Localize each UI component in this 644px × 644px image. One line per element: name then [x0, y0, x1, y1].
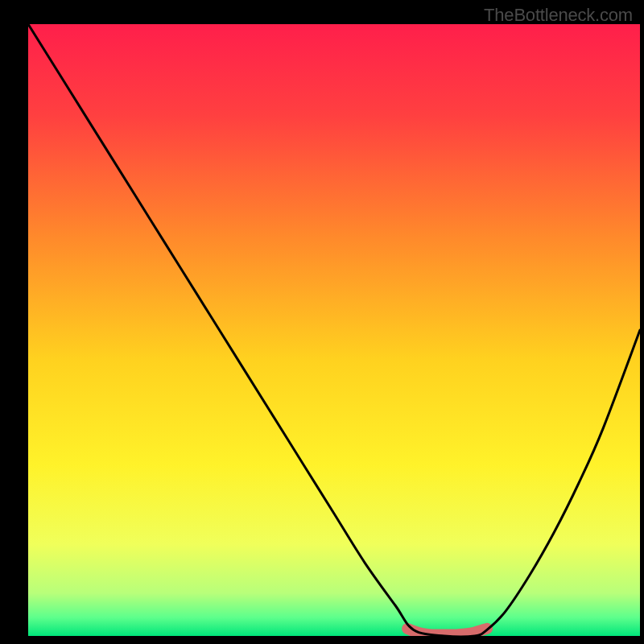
chart-root: TheBottleneck.com — [0, 0, 644, 644]
bottleneck-chart — [0, 0, 644, 644]
attribution-label: TheBottleneck.com — [484, 5, 633, 26]
